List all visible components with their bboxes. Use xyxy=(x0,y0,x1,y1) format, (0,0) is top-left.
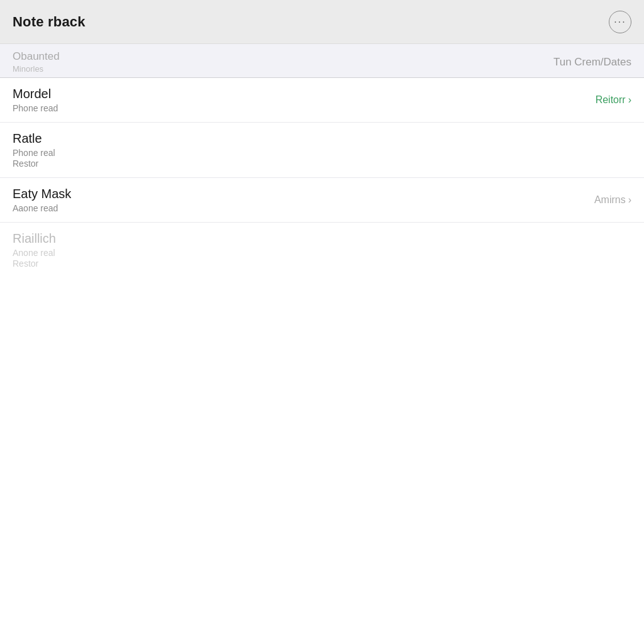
list-item-action-eaty-mask: Amirns xyxy=(594,194,626,206)
list-item-title-riaillich: Riaillich xyxy=(13,231,56,246)
list-item-subtitle2-riaillich: Restor xyxy=(13,258,56,269)
list-item-subtitle-ratle: Phone real xyxy=(13,148,55,158)
list-item-right-mordel: Reitorr › xyxy=(596,94,631,106)
list-item-subtitle-riaillich: Anone real xyxy=(13,248,56,258)
list-item-content-riaillich: Riaillich Anone real Restor xyxy=(13,231,56,269)
header-title: Note rback xyxy=(13,14,86,30)
list-item-title-ratle: Ratle xyxy=(13,131,55,146)
list-item-right-eaty-mask: Amirns › xyxy=(594,194,631,206)
list-item-content-ratle: Ratle Phone real Restor xyxy=(13,131,55,169)
sub-label: Minorles xyxy=(13,64,60,74)
list-item-subtitle2-ratle: Restor xyxy=(13,158,55,169)
list-item-title-eaty-mask: Eaty Mask xyxy=(13,187,71,201)
header: Note rback ··· xyxy=(0,0,644,44)
sub-right-label: Tun Crem/Dates xyxy=(553,56,631,69)
app-container: Note rback ··· Obaunted Minorles Tun Cre… xyxy=(0,0,644,644)
chevron-icon-mordel: › xyxy=(628,94,631,106)
sub-header: Obaunted Minorles Tun Crem/Dates xyxy=(0,44,644,77)
sub-header-left: Obaunted Minorles xyxy=(13,50,60,74)
list-item-eaty-mask[interactable]: Eaty Mask Aaone read Amirns › xyxy=(0,178,644,222)
list-item-title-mordel: Mordel xyxy=(13,87,58,101)
list-item-action-mordel: Reitorr xyxy=(596,94,626,106)
list-item-ratle[interactable]: Ratle Phone real Restor xyxy=(0,123,644,177)
list-item-mordel[interactable]: Mordel Phone read Reitorr › xyxy=(0,78,644,122)
list-item-content-mordel: Mordel Phone read xyxy=(13,87,58,113)
chevron-icon-eaty-mask: › xyxy=(628,194,631,206)
list: Mordel Phone read Reitorr › Ratle Phone … xyxy=(0,78,644,644)
more-button[interactable]: ··· xyxy=(609,11,631,33)
list-item-subtitle-eaty-mask: Aaone read xyxy=(13,203,71,213)
list-item-content-eaty-mask: Eaty Mask Aaone read xyxy=(13,187,71,213)
list-item-riaillich[interactable]: Riaillich Anone real Restor xyxy=(0,223,644,277)
sub-title: Obaunted xyxy=(13,50,60,63)
list-item-subtitle-mordel: Phone read xyxy=(13,103,58,113)
